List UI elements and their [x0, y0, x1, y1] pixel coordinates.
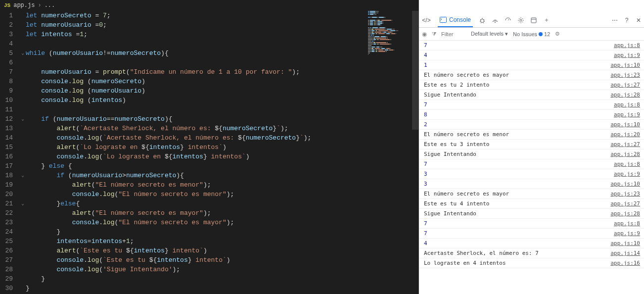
settings-gear-icon[interactable] — [517, 17, 524, 24]
code-line[interactable]: console.log (intentos) — [26, 96, 418, 105]
console-source-link[interactable]: app.js:16 — [610, 260, 640, 266]
breadcrumb-rest[interactable]: ... — [45, 2, 55, 9]
console-row[interactable]: El número secreto es menorapp.js:20 — [419, 130, 644, 140]
console-row[interactable]: 8app.js:9 — [419, 110, 644, 120]
code-line[interactable]: console.log("El número secreto es mayor"… — [26, 218, 418, 227]
console-source-link[interactable]: app.js:14 — [610, 250, 640, 256]
code-line[interactable]: console.log (numeroUsuario) — [26, 86, 418, 96]
code-line[interactable] — [26, 39, 418, 49]
code-line[interactable]: intentos=intentos+1; — [26, 237, 418, 246]
code-line[interactable]: alert(`Acertaste Sherlock, el número es:… — [26, 124, 418, 133]
console-row[interactable]: 4app.js:10 — [419, 239, 644, 248]
console-row[interactable]: Lo lograste en 4 intentosapp.js:16 — [419, 258, 644, 268]
fold-chevron-icon[interactable]: ⌄ — [20, 199, 26, 208]
code-line[interactable]: } — [26, 284, 418, 293]
console-row[interactable]: 7app.js:8 — [419, 41, 644, 50]
console-source-link[interactable]: app.js:27 — [610, 200, 640, 207]
console-row[interactable]: 2app.js:10 — [419, 120, 644, 130]
code-line[interactable] — [26, 58, 418, 67]
code-area[interactable]: 1234567891011121314151617181920212223242… — [0, 11, 418, 294]
console-row[interactable]: 4app.js:9 — [419, 50, 644, 60]
code-line[interactable]: alert(`Lo lograste en ${intentos} intent… — [26, 143, 418, 152]
console-source-link[interactable]: app.js:10 — [610, 240, 640, 246]
tab-console[interactable]: Console — [438, 13, 473, 27]
console-source-link[interactable]: app.js:8 — [614, 161, 640, 167]
scrollbar[interactable] — [412, 11, 418, 130]
console-source-link[interactable]: app.js:9 — [614, 171, 640, 177]
code-line[interactable]: let numeroSecreto = 7; — [26, 11, 418, 20]
console-settings-icon[interactable]: ⚙ — [555, 31, 560, 37]
console-row[interactable]: El número secreto es mayorapp.js:23 — [419, 70, 644, 80]
console-row[interactable]: Sigue Intentandoapp.js:28 — [419, 149, 644, 159]
console-row[interactable]: Sigue Intentandoapp.js:28 — [419, 209, 644, 219]
console-source-link[interactable]: app.js:8 — [614, 101, 640, 108]
console-source-link[interactable]: app.js:28 — [610, 210, 640, 217]
console-source-link[interactable]: app.js:23 — [610, 191, 640, 197]
code-line[interactable]: let intentos =1; — [26, 30, 418, 39]
console-row[interactable]: Este es tu 2 intentoapp.js:27 — [419, 80, 644, 90]
console-source-link[interactable]: app.js:27 — [610, 141, 640, 147]
filter-icon[interactable]: ⧩ — [432, 31, 436, 37]
code-line[interactable]: } else { — [26, 161, 418, 171]
console-row[interactable]: 7app.js:8 — [419, 219, 644, 229]
code-line[interactable]: console.log (numeroSecreto) — [26, 77, 418, 86]
code-line[interactable] — [26, 105, 418, 114]
fold-column[interactable]: ⌄⌄⌄⌄ — [20, 11, 26, 294]
console-source-link[interactable]: app.js:27 — [610, 82, 640, 88]
console-row[interactable]: Acertaste Sherlock, el número es: 7app.j… — [419, 248, 644, 258]
console-source-link[interactable]: app.js:28 — [610, 92, 640, 98]
console-source-link[interactable]: app.js:9 — [614, 111, 640, 118]
console-output[interactable]: 7app.js:84app.js:91app.js:10El número se… — [419, 41, 644, 294]
filter-input[interactable] — [441, 31, 466, 37]
network-icon[interactable] — [492, 17, 499, 24]
code-line[interactable]: numeroUsuario = prompt("Indícame un núme… — [26, 67, 418, 77]
code-content[interactable]: let numeroSecreto = 7;let numeroUsuario … — [26, 11, 418, 294]
console-source-link[interactable]: app.js:10 — [610, 181, 640, 187]
code-line[interactable]: console.log(`Lo lograste en ${intentos} … — [26, 152, 418, 161]
code-line[interactable]: alert(`Este es tu ${intentos} intento`) — [26, 246, 418, 255]
console-row[interactable]: 3app.js:10 — [419, 179, 644, 189]
code-line[interactable]: let numeroUsuario =0; — [26, 20, 418, 30]
code-line[interactable]: console.log("El número secreto es menor"… — [26, 190, 418, 199]
code-line[interactable]: } — [26, 227, 418, 237]
code-line[interactable]: console.log(`Este es tu ${intentos} inte… — [26, 255, 418, 265]
bug-icon[interactable] — [479, 17, 486, 24]
console-row[interactable]: Este es tu 3 intentoapp.js:27 — [419, 140, 644, 149]
close-icon[interactable]: ✕ — [635, 17, 642, 24]
add-tab-icon[interactable]: ＋ — [543, 17, 550, 24]
console-source-link[interactable]: app.js:23 — [610, 72, 640, 78]
file-name[interactable]: app.js — [13, 2, 35, 9]
no-issues-label[interactable]: No Issues 12 — [513, 31, 550, 37]
levels-dropdown[interactable]: Default levels ▾ — [471, 31, 508, 37]
code-line[interactable]: if (numeroUsuario==numeroSecreto){ — [26, 114, 418, 124]
console-row[interactable]: 3app.js:9 — [419, 169, 644, 179]
performance-icon[interactable] — [505, 17, 511, 24]
console-source-link[interactable]: app.js:9 — [614, 52, 640, 58]
console-row[interactable]: 7app.js:8 — [419, 159, 644, 169]
fold-chevron-icon[interactable]: ⌄ — [20, 49, 26, 58]
application-icon[interactable] — [530, 17, 537, 24]
console-source-link[interactable]: app.js:28 — [610, 151, 640, 157]
code-line[interactable]: if (numeroUsuario>numeroSecreto){ — [26, 171, 418, 180]
code-line[interactable]: } — [26, 274, 418, 284]
console-source-link[interactable]: app.js:10 — [610, 121, 640, 128]
console-row[interactable]: Sigue Intentandoapp.js:28 — [419, 90, 644, 100]
live-expression-icon[interactable]: ◉ — [422, 31, 427, 38]
tab-elements[interactable]: </> — [421, 13, 432, 27]
fold-chevron-icon[interactable]: ⌄ — [20, 171, 26, 180]
console-row[interactable]: 7app.js:8 — [419, 100, 644, 110]
console-row[interactable]: 7app.js:9 — [419, 229, 644, 239]
code-line[interactable]: console.log('Sigue Intentando'); — [26, 265, 418, 274]
code-line[interactable]: console.log(`Acertaste Sherlock, el núme… — [26, 133, 418, 143]
console-source-link[interactable]: app.js:10 — [610, 62, 640, 68]
console-source-link[interactable]: app.js:9 — [614, 230, 640, 237]
code-line[interactable]: alert("El número secreto es menor"); — [26, 180, 418, 190]
console-source-link[interactable]: app.js:8 — [614, 220, 640, 227]
fold-chevron-icon[interactable]: ⌄ — [20, 114, 26, 124]
console-source-link[interactable]: app.js:20 — [610, 131, 640, 138]
code-line[interactable]: alert("El número secreto es mayor"); — [26, 208, 418, 218]
code-line[interactable]: while (numeroUsuario!=numeroSecreto){ — [26, 49, 418, 58]
console-row[interactable]: Este es tu 4 intentoapp.js:27 — [419, 199, 644, 209]
console-row[interactable]: 1app.js:10 — [419, 60, 644, 70]
help-icon[interactable]: ? — [623, 17, 630, 24]
